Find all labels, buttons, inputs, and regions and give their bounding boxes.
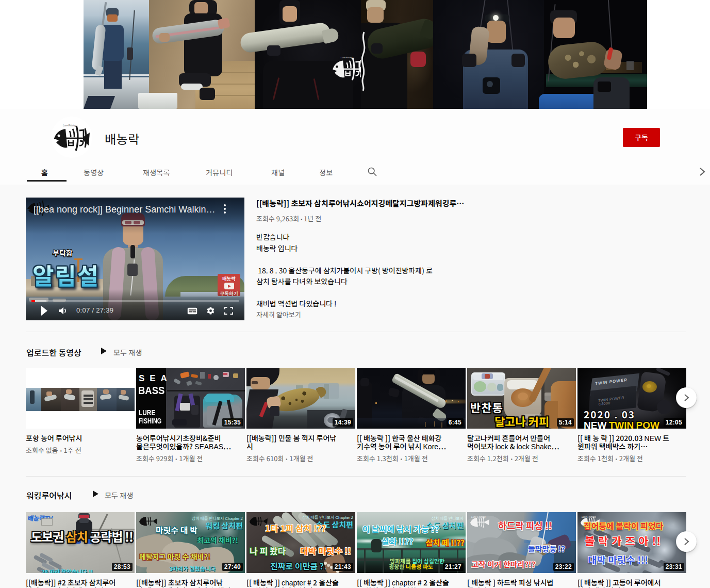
svg-text:Lure Fishing: Lure Fishing (341, 56, 353, 59)
svg-text:Lure Fishing: Lure Fishing (63, 124, 76, 127)
